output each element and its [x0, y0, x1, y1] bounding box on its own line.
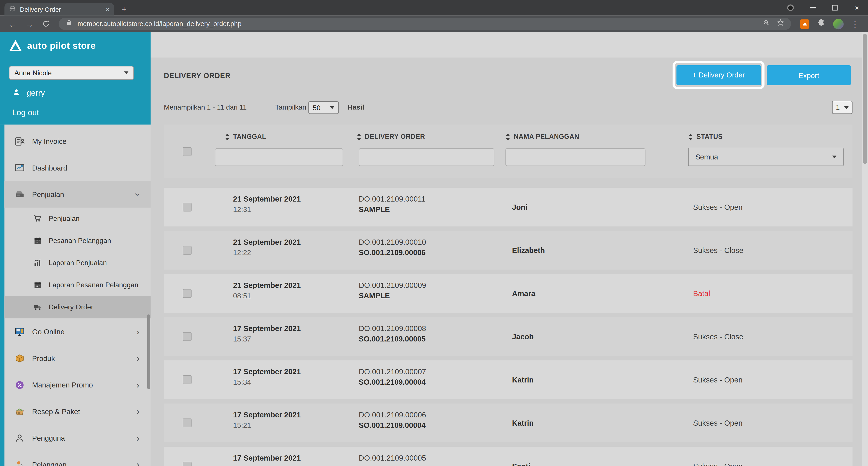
row-checkbox[interactable] — [183, 203, 192, 212]
screen: Delivery Order × + × ← → member.autopilo… — [0, 0, 868, 466]
status-filter-value: Semua — [695, 153, 718, 161]
sidebar-item-penjualan-parent[interactable]: Penjualan › — [4, 181, 151, 208]
sidebar-scrollbar-thumb[interactable] — [147, 314, 150, 389]
back-icon[interactable]: ← — [6, 17, 20, 31]
row-checkbox[interactable] — [183, 418, 192, 427]
username: gerry — [27, 89, 45, 97]
browser-avatar[interactable] — [833, 19, 843, 29]
sidebar-item-my-invoice[interactable]: My Invoice — [4, 128, 151, 154]
filter-nama-pelanggan-input[interactable] — [505, 148, 646, 166]
box-icon — [14, 353, 25, 363]
chevron-down-icon — [832, 156, 836, 158]
row-status: Sukses - Close — [688, 317, 852, 356]
row-checkbox[interactable] — [183, 462, 192, 466]
page-size-select[interactable]: 50 — [308, 101, 339, 114]
table-row[interactable]: 21 September 2021 12:31 DO.001.2109.0001… — [164, 188, 852, 226]
table-row[interactable]: 17 September 2021 DO.001.2109.00005 Sant… — [164, 447, 852, 466]
row-time: 12:22 — [233, 249, 359, 257]
row-do-number: DO.001.2109.00009 — [359, 281, 505, 289]
logout-link[interactable]: Log out — [12, 108, 39, 117]
page-scrollbar-thumb[interactable] — [863, 34, 867, 164]
discount-icon — [14, 379, 25, 390]
row-do-number: DO.001.2109.00007 — [359, 368, 505, 376]
row-do-number: DO.001.2109.00011 — [359, 195, 505, 203]
close-window-button[interactable]: × — [846, 0, 868, 15]
filter-tanggal-input[interactable] — [215, 148, 343, 166]
table-row[interactable]: 21 September 2021 12:22 DO.001.2109.0001… — [164, 231, 852, 270]
row-reference: SO.001.2109.00004 — [359, 421, 505, 430]
zoom-icon[interactable] — [762, 19, 770, 29]
page-size-value: 50 — [313, 104, 320, 112]
sidebar-item-go-online[interactable]: Go Online › — [4, 318, 151, 345]
sidebar-item-label: Dashboard — [32, 163, 67, 172]
sidebar-item-label: Laporan Penjualan — [49, 259, 107, 267]
page-scrollbar[interactable] — [862, 32, 868, 466]
column-header-status[interactable]: STATUS — [688, 133, 723, 141]
extension-icon[interactable] — [800, 19, 809, 28]
row-do-number: DO.001.2109.00008 — [359, 324, 505, 333]
puzzle-extensions-icon[interactable] — [816, 18, 826, 30]
column-label: NAMA PELANGGAN — [514, 133, 579, 141]
sidebar-item-dashboard[interactable]: Dashboard — [4, 154, 151, 181]
browser-profile-icon[interactable] — [779, 0, 802, 15]
truck-icon — [33, 303, 42, 312]
toolbar-extensions: ⋮ — [797, 18, 863, 30]
refresh-icon[interactable] — [39, 17, 53, 31]
row-checkbox[interactable] — [183, 289, 192, 298]
sidebar-item-pengguna[interactable]: Pengguna › — [4, 425, 151, 451]
forward-icon[interactable]: → — [22, 17, 36, 31]
row-customer: Katrin — [505, 360, 688, 399]
chevron-right-icon: › — [136, 380, 140, 390]
row-date: 21 September 2021 — [233, 238, 359, 246]
address-bar[interactable]: member.autopilotstore.co.id/laporan_deli… — [59, 18, 791, 30]
sidebar-item-produk[interactable]: Produk › — [4, 345, 151, 371]
column-header-delivery-order[interactable]: DELIVERY ORDER — [356, 133, 425, 141]
sidebar-item-resep-paket[interactable]: Resep & Paket › — [4, 398, 151, 425]
sidebar-subitem-laporan-pesanan-pelanggan[interactable]: Laporan Pesanan Pelanggan — [4, 274, 151, 296]
new-tab-button[interactable]: + — [117, 3, 131, 15]
sidebar-subitem-pesanan-pelanggan[interactable]: Pesanan Pelanggan — [4, 230, 151, 252]
sidebar-subitem-delivery-order[interactable]: Delivery Order — [4, 296, 151, 318]
row-date: 17 September 2021 — [233, 324, 359, 333]
table-row[interactable]: 17 September 2021 15:34 DO.001.2109.0000… — [164, 360, 852, 399]
column-header-tanggal[interactable]: TANGGAL — [225, 133, 266, 141]
browser-tab[interactable]: Delivery Order × — [4, 3, 114, 15]
sidebar-subitem-penjualan[interactable]: Penjualan — [4, 208, 151, 230]
table-header: TANGGAL DELIVERY ORDER NAMA PELANGGAN ST… — [164, 125, 852, 178]
row-status: Sukses - Open — [688, 360, 852, 399]
table-row[interactable]: 17 September 2021 15:21 DO.001.2109.0000… — [164, 404, 852, 442]
row-customer: Amara — [505, 274, 688, 313]
row-checkbox[interactable] — [183, 332, 192, 341]
browser-menu-icon[interactable]: ⋮ — [851, 20, 859, 28]
store-selector[interactable]: Anna Nicole — [9, 66, 134, 80]
export-button[interactable]: Export — [767, 65, 851, 85]
list-controls: Menampilkan 1 - 11 dari 11 Tampilkan 50 … — [164, 101, 852, 115]
filter-delivery-order-input[interactable] — [359, 148, 494, 166]
add-delivery-order-button[interactable]: + Delivery Order — [676, 65, 761, 85]
sidebar-item-pelanggan[interactable]: Pelanggan › — [4, 451, 151, 466]
select-all-checkbox[interactable] — [183, 147, 192, 156]
sidebar-subitem-laporan-penjualan[interactable]: Laporan Penjualan — [4, 252, 151, 274]
page-number-select[interactable]: 1 — [832, 101, 852, 114]
minimize-button[interactable] — [802, 0, 824, 15]
sidebar-item-label: My Invoice — [32, 137, 67, 145]
favicon-globe-icon — [9, 4, 16, 14]
maximize-button[interactable] — [824, 0, 846, 15]
row-checkbox[interactable] — [183, 246, 192, 255]
tab-close-icon[interactable]: × — [106, 6, 110, 12]
status-filter-select[interactable]: Semua — [688, 148, 844, 166]
table-row[interactable]: 17 September 2021 15:37 DO.001.2109.0000… — [164, 317, 852, 356]
table-row[interactable]: 21 September 2021 08:51 DO.001.2109.0000… — [164, 274, 852, 313]
sidebar-item-manajemen-promo[interactable]: Manajemen Promo › — [4, 371, 151, 398]
row-checkbox[interactable] — [183, 375, 192, 384]
column-header-nama-pelanggan[interactable]: NAMA PELANGGAN — [505, 133, 579, 141]
page-size-suffix: Hasil — [347, 103, 364, 111]
bookmark-star-icon[interactable] — [777, 19, 784, 29]
sidebar-item-label: Go Online — [32, 328, 64, 336]
main-content: DELIVERY ORDER + Delivery Order Export M… — [151, 32, 868, 466]
sidebar-item-label: Pelanggan — [32, 460, 67, 466]
row-status: Batal — [688, 274, 852, 313]
column-label: TANGGAL — [233, 133, 266, 141]
row-date: 21 September 2021 — [233, 281, 359, 289]
sort-icon — [505, 133, 510, 141]
